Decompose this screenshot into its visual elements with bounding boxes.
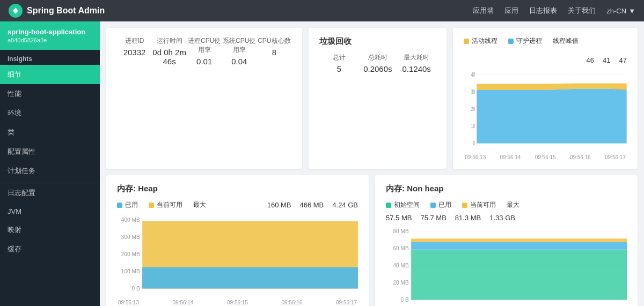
svg-text:300 MB: 300 MB (121, 234, 140, 240)
sidebar-item-config[interactable]: 配置属性 (0, 142, 100, 161)
heap-avail-value: 466 MB (299, 201, 324, 209)
svg-marker-37 (411, 238, 627, 242)
legend-active-threads: 活动线程 (464, 36, 497, 46)
heap-used-dot (117, 203, 122, 208)
nonheap-avail-label: 当前可用 (470, 200, 496, 210)
nonheap-max-legend: 最大 (507, 200, 519, 210)
pcpu-value: 0.01 (187, 57, 222, 66)
svg-marker-24 (142, 267, 358, 288)
gcmax-value: 0.1240s (397, 64, 436, 73)
nonheap-avail-value: 81.3 MB (455, 214, 481, 222)
svg-text:40: 40 (471, 71, 475, 78)
nav-link-about[interactable]: 关于我们 (568, 6, 596, 16)
lang-selector[interactable]: zh-CN ▼ (606, 7, 635, 15)
nav-link-log[interactable]: 日志报表 (529, 6, 557, 16)
svg-text:100 MB: 100 MB (121, 268, 140, 274)
uptime-label: 运行时间 (152, 36, 187, 46)
sidebar-item-class[interactable]: 类 (0, 123, 100, 142)
gctotal-value: 5 (319, 64, 358, 73)
sidebar-item-tasks[interactable]: 计划任务 (0, 161, 100, 181)
nonheap-avail-legend: 当前可用 (462, 200, 496, 210)
nonheap-init-label: 初始空间 (394, 200, 420, 210)
nav-link-wall[interactable]: 应用墙 (473, 6, 494, 16)
svg-marker-35 (411, 250, 627, 300)
svg-text:0 B: 0 B (131, 286, 140, 292)
threads-chart-wrapper: 0 10 20 30 40 09:56:13 09:56:14 09:56:15 (464, 69, 627, 160)
main-content: 进程ID 20332 运行时间 0d 0h 2m 46s 进程CPU使用率 0.… (100, 21, 644, 306)
row-top: 进程ID 20332 运行时间 0d 0h 2m 46s 进程CPU使用率 0.… (106, 28, 638, 169)
nonheap-init-legend: 初始空间 (386, 200, 420, 210)
svg-text:200 MB: 200 MB (121, 251, 140, 257)
daemon-threads-label: 守护进程 (516, 36, 542, 46)
threads-x3: 09:56:16 (570, 154, 591, 160)
svg-marker-11 (477, 89, 627, 144)
svg-text:0: 0 (473, 140, 475, 146)
nonheap-used-legend: 已用 (430, 200, 451, 210)
threads-card: 活动线程 守护进程 线程峰值 46 41 47 (453, 28, 638, 169)
sidebar-item-jvm[interactable]: JVM (0, 203, 100, 220)
daemon-threads-value: 41 (603, 56, 610, 64)
layout: spring-boot-application a840d5826a3e Ins… (0, 21, 644, 306)
heap-x2: 09:56:15 (227, 300, 248, 305)
gc-title: 垃圾回收 (319, 36, 436, 47)
active-threads-label: 活动线程 (472, 36, 497, 46)
brand-icon (9, 4, 23, 18)
nav-link-app[interactable]: 应用 (504, 6, 518, 16)
sidebar-item-performance[interactable]: 性能 (0, 84, 100, 103)
cores-label: CPU核心数 (257, 36, 291, 46)
process-card: 进程ID 20332 运行时间 0d 0h 2m 46s 进程CPU使用率 0.… (106, 28, 302, 169)
svg-text:40 MB: 40 MB (393, 263, 408, 268)
nonheap-used-label: 已用 (438, 200, 451, 210)
sidebar-item-logconfig[interactable]: 日志配置 (0, 183, 100, 203)
svg-text:60 MB: 60 MB (393, 245, 408, 251)
sidebar-item-mapping[interactable]: 映射 (0, 220, 100, 240)
heap-used-label: 已用 (125, 200, 138, 210)
heap-chart: 0 B 100 MB 200 MB 300 MB 400 MB (117, 214, 358, 300)
heap-avail-label: 当前可用 (157, 200, 182, 210)
heap-x-labels: 09:56:13 09:56:14 09:56:15 09:56:16 09:5… (117, 300, 358, 305)
heap-used-legend: 已用 (117, 200, 138, 210)
svg-text:20: 20 (471, 106, 475, 112)
nonheap-max-value: 1.33 GB (489, 214, 515, 222)
gc-stats: 总计 5 总耗时 0.2060s 最大耗时 0.1240s (319, 53, 436, 73)
nonheap-card: 内存: Non heap 初始空间 已用 当前可用 最 (375, 175, 638, 306)
sidebar-item-details[interactable]: 细节 (0, 65, 100, 84)
chevron-down-icon: ▼ (628, 7, 635, 15)
nonheap-chart-area: 0 B 20 MB 40 MB 60 MB 80 MB 09:56:13 (386, 225, 627, 306)
uptime-value: 0d 0h 2m 46s (152, 48, 187, 66)
nonheap-chart: 0 B 20 MB 40 MB 60 MB 80 MB (386, 225, 627, 306)
sidebar-item-env[interactable]: 环境 (0, 103, 100, 123)
pcpu-label: 进程CPU使用率 (187, 36, 222, 55)
heap-legend: 已用 当前可用 最大 160 MB 466 MB 4.24 GB (117, 200, 358, 210)
system-cpu: 系统CPU使用率 0.04 (222, 36, 257, 66)
nonheap-max-label: 最大 (507, 200, 519, 210)
insights-label: Insights (0, 50, 100, 65)
app-name: spring-boot-application (8, 28, 92, 36)
threads-x4: 09:56:17 (605, 154, 626, 160)
heap-x3: 09:56:16 (282, 300, 303, 305)
threads-x0: 09:56:13 (465, 154, 486, 160)
top-nav: Spring Boot Admin 应用墙 应用 日志报表 关于我们 zh-CN… (0, 0, 644, 21)
nonheap-used-value: 75.7 MB (420, 214, 446, 222)
threads-legend: 活动线程 守护进程 线程峰值 46 41 47 (464, 36, 627, 64)
memory-row: 内存: Heap 已用 当前可用 最大 160 MB 4 (106, 175, 638, 306)
nav-links: 应用墙 应用 日志报表 关于我们 zh-CN ▼ (473, 6, 635, 16)
svg-text:400 MB: 400 MB (121, 217, 140, 223)
process-stats: 进程ID 20332 运行时间 0d 0h 2m 46s 进程CPU使用率 0.… (117, 36, 291, 66)
heap-card: 内存: Heap 已用 当前可用 最大 160 MB 4 (106, 175, 369, 306)
nonheap-used-dot (430, 203, 436, 208)
gctime-value: 0.2060s (358, 64, 397, 73)
gctotal-label: 总计 (319, 53, 358, 62)
nonheap-values-row: 57.5 MB 75.7 MB 81.3 MB 1.33 GB (386, 214, 627, 222)
svg-text:20 MB: 20 MB (393, 280, 408, 286)
daemon-threads-dot (508, 39, 514, 44)
peak-threads-value: 47 (619, 56, 627, 64)
gc-card: 垃圾回收 总计 5 总耗时 0.2060s 最大耗时 0.1240s (309, 28, 447, 169)
svg-text:0 B: 0 B (400, 297, 408, 303)
svg-point-0 (14, 9, 17, 12)
app-id: a840d5826a3e (8, 37, 92, 43)
svg-marker-36 (411, 242, 627, 250)
heap-max-value: 4.24 GB (332, 201, 358, 209)
gcmax-label: 最大耗时 (397, 53, 436, 62)
sidebar-item-cache[interactable]: 缓存 (0, 240, 100, 259)
